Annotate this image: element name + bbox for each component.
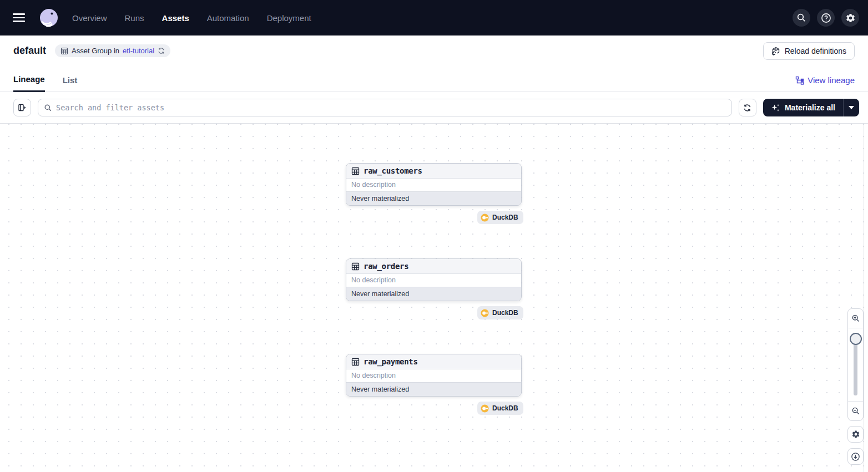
kind-badge-label: DuckDB xyxy=(492,404,518,412)
nav-item-assets[interactable]: Assets xyxy=(162,13,189,23)
top-nav: Overview Runs Assets Automation Deployme… xyxy=(0,0,868,35)
lineage-icon xyxy=(795,76,804,85)
help-button[interactable] xyxy=(817,9,835,27)
nav-item-runs[interactable]: Runs xyxy=(125,13,144,23)
asset-status: Never materialized xyxy=(346,382,521,396)
kind-badge-label: DuckDB xyxy=(492,309,518,317)
search-icon xyxy=(796,13,806,23)
materialize-sparkle-icon xyxy=(771,103,780,113)
asset-status: Never materialized xyxy=(346,191,521,205)
toggle-sidebar-button[interactable] xyxy=(13,99,31,116)
asset-name: raw_orders xyxy=(364,262,408,271)
duckdb-icon xyxy=(481,309,489,317)
refresh-button[interactable] xyxy=(739,99,756,116)
asset-node-raw-orders[interactable]: raw_orders No description Never material… xyxy=(346,258,522,301)
asset-group-icon xyxy=(60,47,68,55)
page-title: default xyxy=(13,45,46,57)
asset-description: No description xyxy=(346,274,521,287)
gear-icon xyxy=(851,430,860,439)
help-icon xyxy=(821,13,831,23)
sync-icon[interactable] xyxy=(158,47,165,54)
asset-description: No description xyxy=(346,369,521,382)
settings-button[interactable] xyxy=(841,9,859,27)
asset-name: raw_customers xyxy=(364,166,422,175)
tabs-row: Lineage List View lineage xyxy=(0,66,868,92)
reload-definitions-label: Reload definitions xyxy=(785,47,846,55)
lineage-canvas[interactable]: raw_customers No description Never mater… xyxy=(0,124,868,472)
duckdb-icon xyxy=(481,214,489,222)
tab-lineage[interactable]: Lineage xyxy=(13,74,45,92)
kind-badge-duckdb[interactable]: DuckDB xyxy=(477,402,523,415)
nav-item-deployment[interactable]: Deployment xyxy=(267,13,311,23)
reload-definitions-button[interactable]: Reload definitions xyxy=(763,42,855,60)
refresh-icon xyxy=(743,104,751,112)
duckdb-icon xyxy=(481,404,489,413)
asset-node-raw-customers[interactable]: raw_customers No description Never mater… xyxy=(346,163,522,206)
code-location-link[interactable]: etl-tutorial xyxy=(123,47,154,55)
kind-badge-duckdb[interactable]: DuckDB xyxy=(477,306,523,319)
asset-node-raw-payments[interactable]: raw_payments No description Never materi… xyxy=(346,354,522,397)
open-panel-icon xyxy=(18,103,27,112)
materialize-all-button[interactable]: Materialize all xyxy=(763,99,843,116)
zoom-out-button[interactable] xyxy=(848,402,863,420)
table-icon xyxy=(351,358,360,366)
zoom-out-icon xyxy=(851,407,860,415)
table-icon xyxy=(351,262,360,271)
graph-settings-button[interactable] xyxy=(847,426,864,443)
main-nav: Overview Runs Assets Automation Deployme… xyxy=(72,13,311,23)
asset-search-box xyxy=(38,99,732,116)
gear-icon xyxy=(845,13,856,23)
asset-group-label: Asset Group in xyxy=(72,47,119,55)
zoom-controls xyxy=(847,308,864,421)
tab-list[interactable]: List xyxy=(63,75,78,92)
view-lineage-link[interactable]: View lineage xyxy=(795,75,855,92)
dagster-logo-icon[interactable] xyxy=(38,7,60,29)
hamburger-menu-icon[interactable] xyxy=(11,8,31,28)
asset-status: Never materialized xyxy=(346,287,521,301)
kind-badge-duckdb[interactable]: DuckDB xyxy=(477,211,523,224)
center-view-icon xyxy=(851,452,860,461)
chevron-down-icon xyxy=(849,106,854,109)
materialize-options-button[interactable] xyxy=(843,99,859,116)
asset-description: No description xyxy=(346,179,521,191)
view-lineage-label: View lineage xyxy=(808,75,855,85)
search-icon xyxy=(44,104,52,112)
canvas-right-edge xyxy=(864,124,864,472)
asset-name: raw_payments xyxy=(364,357,418,366)
asset-group-badge: Asset Group in etl-tutorial xyxy=(55,44,170,57)
nav-item-overview[interactable]: Overview xyxy=(72,13,107,23)
page-header: default Asset Group in etl-tutorial Relo… xyxy=(0,35,868,66)
kind-badge-label: DuckDB xyxy=(492,214,518,221)
lineage-toolbar: Materialize all xyxy=(0,92,868,124)
zoom-slider[interactable] xyxy=(848,328,863,402)
zoom-in-icon xyxy=(851,314,860,323)
center-view-button[interactable] xyxy=(847,448,864,465)
zoom-in-button[interactable] xyxy=(848,309,863,328)
table-icon xyxy=(351,167,360,175)
asset-search-input[interactable] xyxy=(56,103,726,112)
nav-item-automation[interactable]: Automation xyxy=(207,13,249,23)
materialize-all-label: Materialize all xyxy=(785,103,835,112)
zoom-slider-handle[interactable] xyxy=(850,333,862,345)
materialize-all-split-button: Materialize all xyxy=(763,99,859,116)
search-button[interactable] xyxy=(793,9,810,27)
reload-definitions-icon xyxy=(771,47,780,55)
